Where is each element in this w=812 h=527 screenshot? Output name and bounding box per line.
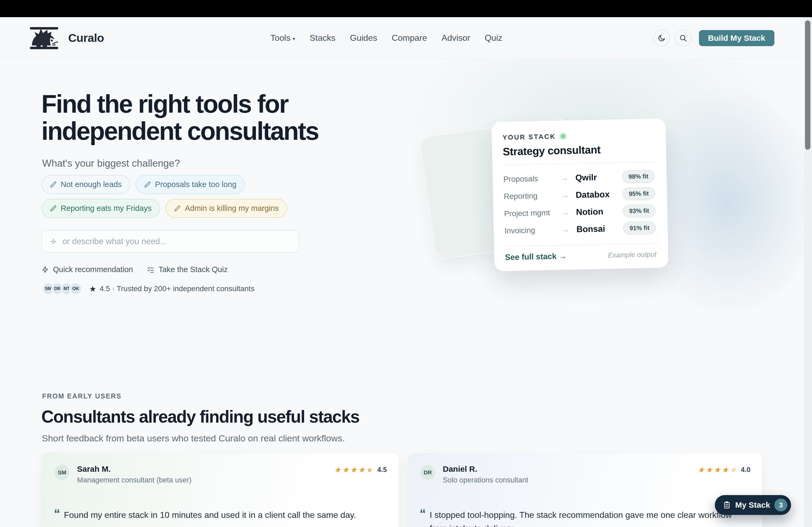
star-rating-icons: ★★★★★ bbox=[697, 465, 738, 475]
my-stack-floating-button[interactable]: My Stack 3 bbox=[715, 495, 791, 515]
nav-compare[interactable]: Compare bbox=[392, 33, 427, 43]
hero-subtitle: What's your biggest challenge? bbox=[42, 158, 180, 169]
search-icon bbox=[679, 34, 687, 42]
build-my-stack-button[interactable]: Build My Stack bbox=[699, 30, 774, 46]
pencil-icon bbox=[50, 205, 57, 212]
testimonial-card-daniel: DR Daniel R. Solo operations consultant … bbox=[408, 453, 763, 527]
testimonial-card-sarah: SM Sarah M. Management consultant (beta … bbox=[42, 453, 399, 527]
nav-quiz[interactable]: Quiz bbox=[485, 33, 503, 43]
trust-row: SM DR NT OK ★ 4.5 · Trusted by 200+ inde… bbox=[42, 282, 255, 295]
testimonials-subtitle: Short feedback from beta users who teste… bbox=[42, 433, 345, 443]
describe-input-wrap bbox=[41, 230, 299, 253]
rating: ★★★★★ 4.0 bbox=[697, 465, 751, 475]
quick-links: Quick recommendation Take the Stack Quiz bbox=[42, 265, 228, 274]
pencil-icon bbox=[174, 205, 181, 212]
nav-stacks[interactable]: Stacks bbox=[309, 33, 335, 43]
quote-icon: “ bbox=[54, 508, 60, 522]
star-rating-icons: ★★★★★ bbox=[334, 465, 374, 475]
testimonial-name: Sarah M. bbox=[77, 465, 191, 473]
stack-row: Invoicing → Bonsai 91% fit bbox=[504, 219, 656, 239]
avatar: OK bbox=[69, 282, 82, 295]
pencil-icon bbox=[50, 181, 57, 188]
quick-recommendation-link[interactable]: Quick recommendation bbox=[42, 265, 133, 274]
browser-chrome-bar bbox=[0, 0, 812, 17]
arrow-right-icon: → bbox=[561, 225, 569, 234]
status-dot bbox=[561, 134, 566, 139]
describe-input[interactable] bbox=[62, 237, 291, 246]
testimonial-name: Daniel R. bbox=[443, 465, 528, 473]
my-stack-count-badge: 3 bbox=[774, 499, 787, 511]
testimonial-role: Management consultant (beta user) bbox=[77, 476, 191, 484]
arrow-right-icon: → bbox=[561, 191, 569, 200]
scrollbar-thumb[interactable] bbox=[805, 20, 810, 150]
take-stack-quiz-link[interactable]: Take the Stack Quiz bbox=[147, 265, 228, 274]
chip-proposals-too-long[interactable]: Proposals take too long bbox=[135, 175, 245, 194]
arrow-right-icon: → bbox=[560, 174, 568, 183]
your-stack-card: YOUR STACK Strategy consultant Proposals… bbox=[491, 118, 669, 271]
stack-card-eyebrow: YOUR STACK bbox=[503, 133, 556, 141]
header-actions: Build My Stack bbox=[653, 30, 774, 46]
clipboard-icon bbox=[723, 501, 731, 509]
fit-badge: 98% fit bbox=[622, 169, 655, 183]
trust-text: 4.5 · Trusted by 200+ independent consul… bbox=[100, 284, 255, 293]
testimonial-role: Solo operations consultant bbox=[443, 476, 528, 484]
theme-toggle-button[interactable] bbox=[653, 30, 670, 46]
stack-row: Proposals → Qwilr 98% fit bbox=[503, 167, 655, 188]
brand-logo[interactable]: Curalo bbox=[27, 26, 104, 51]
stack-rows: Proposals → Qwilr 98% fit Reporting → Da… bbox=[503, 167, 656, 239]
avatar: SM bbox=[54, 465, 70, 481]
stack-row: Reporting → Databox 95% fit bbox=[504, 185, 655, 205]
quote-icon: “ bbox=[420, 508, 426, 527]
chip-admin-margins[interactable]: Admin is killing my margins bbox=[165, 199, 287, 218]
arrow-right-icon: → bbox=[561, 208, 569, 217]
checklist-icon bbox=[147, 266, 155, 273]
see-full-stack-link[interactable]: See full stack → bbox=[505, 252, 567, 262]
example-output-note: Example output bbox=[608, 250, 656, 259]
rating-value: 4.0 bbox=[741, 466, 751, 474]
pencil-icon bbox=[144, 181, 151, 188]
divider bbox=[503, 162, 655, 165]
star-icon: ★ bbox=[89, 284, 97, 293]
testimonials-title: Consultants already finding useful stack… bbox=[41, 407, 359, 427]
fit-badge: 95% fit bbox=[622, 187, 655, 201]
brand-name: Curalo bbox=[68, 31, 104, 45]
lightning-icon bbox=[42, 266, 49, 273]
avatar: DR bbox=[420, 465, 436, 481]
nav-guides[interactable]: Guides bbox=[350, 33, 377, 43]
my-stack-label: My Stack bbox=[735, 500, 770, 510]
chevron-down-icon: ▾ bbox=[293, 34, 295, 42]
stack-card-title: Strategy consultant bbox=[503, 142, 654, 158]
fit-badge: 93% fit bbox=[623, 204, 656, 218]
page-title: Find the right tools for independent con… bbox=[41, 91, 390, 145]
nav-tools[interactable]: Tools▾ bbox=[271, 33, 295, 43]
scrollbar-track[interactable] bbox=[804, 17, 812, 527]
search-button[interactable] bbox=[675, 30, 692, 46]
nav-advisor[interactable]: Advisor bbox=[441, 33, 470, 43]
challenge-chips: Not enough leads Proposals take too long… bbox=[41, 175, 321, 218]
site-header: Curalo Tools▾ Stacks Guides Compare Advi… bbox=[0, 17, 812, 59]
chip-reporting-fridays[interactable]: Reporting eats my Fridays bbox=[41, 199, 160, 218]
divider bbox=[505, 243, 656, 247]
chip-not-enough-leads[interactable]: Not enough leads bbox=[41, 175, 130, 194]
main-nav: Tools▾ Stacks Guides Compare Advisor Qui… bbox=[271, 17, 503, 59]
sparkle-icon bbox=[50, 238, 57, 245]
testimonial-quote: Found my entire stack in 10 minutes and … bbox=[64, 509, 356, 522]
trust-avatars: SM DR NT OK bbox=[42, 282, 78, 295]
stack-row: Project mgmt → Notion 93% fit bbox=[504, 202, 656, 222]
rating-value: 4.5 bbox=[377, 466, 387, 474]
moon-icon bbox=[657, 34, 666, 42]
rating: ★★★★★ 4.5 bbox=[334, 465, 387, 475]
fit-badge: 91% fit bbox=[623, 221, 656, 235]
testimonial-quote: I stopped tool-hopping. The stack recomm… bbox=[430, 509, 751, 527]
hedgehog-logo-icon bbox=[27, 26, 61, 51]
testimonials-eyebrow: FROM EARLY USERS bbox=[42, 392, 122, 400]
